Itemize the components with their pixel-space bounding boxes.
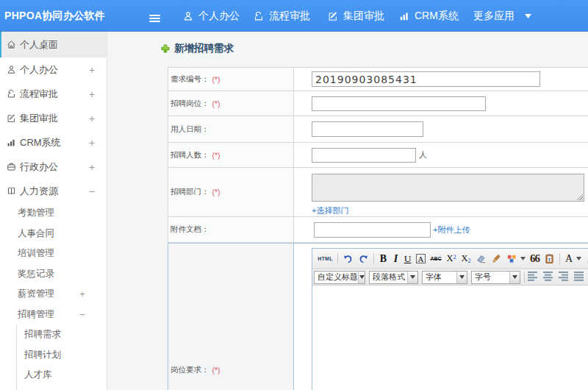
required-star: (*)	[212, 366, 220, 375]
align-left-icon[interactable]	[528, 271, 538, 284]
attachment-upload-link[interactable]: +附件上传	[433, 224, 470, 235]
field-label: 招聘人数：	[171, 150, 209, 160]
format-brush-icon[interactable]	[491, 252, 502, 266]
expand-plus-icon[interactable]: +	[87, 137, 96, 149]
caret-down-icon	[525, 14, 531, 18]
sidebar-subitem-salary[interactable]: 薪资管理 +	[0, 284, 107, 305]
caret-down-icon	[358, 272, 365, 283]
eraser-icon[interactable]	[476, 252, 487, 266]
undo-icon[interactable]	[343, 252, 354, 266]
field-label: 招聘岗位：	[171, 99, 209, 109]
edit-icon	[328, 11, 338, 21]
sidebar-item-human-resources[interactable]: 人力资源 −	[0, 179, 107, 203]
chart-icon	[7, 138, 16, 147]
hamburger-menu-icon[interactable]	[149, 15, 160, 22]
redo-icon[interactable]	[358, 252, 369, 266]
nav-label: 更多应用	[473, 10, 514, 23]
headcount-input[interactable]	[312, 148, 416, 163]
caret-down-icon[interactable]	[576, 252, 581, 266]
main-content: 新增招聘需求 需求编号：(*) 招聘岗位：(*) 用人日期：	[107, 32, 588, 390]
editor-toolbar-row2: 自定义标题 段落格式 字体	[312, 269, 588, 286]
form-row-position: 招聘岗位：(*)	[168, 91, 588, 116]
app-logo: PHPOA协同办公软件	[4, 0, 105, 31]
resize-grip[interactable]	[576, 194, 583, 200]
sidebar-subitem-attendance[interactable]: 考勤管理	[0, 203, 107, 224]
align-center-icon[interactable]	[543, 271, 553, 284]
expand-plus-icon[interactable]: +	[87, 88, 96, 100]
subscript-button[interactable]: X2	[461, 252, 471, 266]
department-textarea[interactable]	[312, 174, 584, 202]
nav-item-crm-system[interactable]: CRM系统	[399, 1, 459, 32]
nav-item-personal-office[interactable]: 个人办公	[183, 1, 240, 32]
home-icon	[7, 40, 16, 49]
blockquote-button[interactable]: 66	[530, 252, 539, 266]
field-label: 需求编号：	[171, 74, 209, 85]
collapse-minus-icon[interactable]: −	[78, 309, 87, 320]
paragraph-format-select[interactable]: 段落格式	[369, 271, 418, 284]
nav-item-group-approval[interactable]: 集团审批	[328, 1, 384, 32]
nav-item-workflow-approval[interactable]: 流程审批	[254, 1, 310, 32]
sidebar-menu: 个人桌面 个人办公 + 流程审批 +	[0, 32, 107, 390]
sidebar-item-label: 集团审批	[20, 112, 58, 125]
submenu-guide-line	[16, 325, 17, 390]
user-icon	[183, 11, 193, 21]
underline-button[interactable]: U	[404, 252, 412, 266]
font-family-select[interactable]: 字体	[422, 271, 467, 284]
font-size-select[interactable]: 字号	[471, 271, 520, 284]
bold-button[interactable]: B	[379, 252, 388, 266]
form-row-hire-date: 用人日期：	[168, 116, 588, 143]
form-row-job-requirements: 岗位要求：(*) HTML	[168, 243, 588, 390]
sidebar-item-personal-desktop[interactable]: 个人桌面	[0, 32, 107, 57]
hire-date-input[interactable]	[312, 121, 423, 137]
briefcase-icon	[7, 162, 16, 171]
editor-content-area[interactable]	[312, 286, 588, 390]
position-input[interactable]	[312, 96, 486, 111]
caret-down-icon[interactable]	[520, 252, 526, 266]
expand-plus-icon[interactable]: +	[78, 288, 87, 299]
html-source-button[interactable]: HTML	[318, 252, 333, 266]
demand-no-input[interactable]	[312, 71, 540, 87]
superscript-button[interactable]: X2	[446, 252, 456, 266]
sidebar-item-personal-office[interactable]: 个人办公 +	[0, 57, 107, 82]
expand-plus-icon[interactable]: +	[87, 113, 96, 124]
field-label: 岗位要求：	[171, 365, 209, 375]
sidebar-item-group-approval[interactable]: 集团审批 +	[0, 106, 107, 130]
sidebar-item-label: CRM系统	[20, 136, 61, 149]
align-justify-icon[interactable]	[574, 271, 584, 284]
sidebar-subitem-training[interactable]: 培训管理	[0, 244, 107, 264]
nav-label: 集团审批	[343, 10, 384, 23]
app-window: PHPOA协同办公软件 个人办公 流程审批	[0, 0, 588, 390]
sidebar-item-crm-system[interactable]: CRM系统 +	[0, 130, 107, 155]
sidebar-item-label: 人力资源	[20, 185, 58, 198]
attachment-input[interactable]	[314, 222, 431, 238]
sidebar-subitem-rewards[interactable]: 奖惩记录	[0, 264, 107, 285]
page-title: 新增招聘需求	[161, 42, 234, 55]
edit-icon	[7, 113, 16, 123]
form-row-headcount: 招聘人数：(*) 人	[168, 143, 588, 168]
top-header-bar: PHPOA协同办公软件 个人办公 流程审批	[0, 0, 588, 32]
select-department-link[interactable]: +选择部门	[312, 205, 348, 216]
strikethrough-button[interactable]: ABC	[430, 252, 442, 266]
sidebar-subitem-recruit-management[interactable]: 招聘管理 −	[0, 305, 107, 325]
nav-item-more-apps[interactable]: 更多应用	[473, 1, 531, 32]
expand-plus-icon[interactable]: +	[87, 64, 96, 76]
align-right-icon[interactable]	[559, 271, 569, 284]
sidebar-item-workflow-approval[interactable]: 流程审批 +	[0, 82, 107, 106]
font-style-button[interactable]: A	[416, 254, 426, 263]
paste-text-icon[interactable]: T	[544, 252, 555, 266]
rich-text-editor: HTML B I U A	[312, 248, 588, 390]
form-row-department: 招聘部门：(*) +选择部门	[168, 168, 588, 217]
nav-label: CRM系统	[415, 10, 459, 23]
italic-button[interactable]: I	[392, 252, 399, 266]
collapse-minus-icon[interactable]: −	[87, 185, 96, 197]
sidebar-subitem-hr-contract[interactable]: 人事合同	[0, 224, 107, 244]
emoticons-icon[interactable]	[506, 252, 517, 266]
field-label: 用人日期：	[171, 124, 209, 135]
font-color-button[interactable]: A	[564, 252, 573, 266]
sidebar-item-administrative-office[interactable]: 行政办公 +	[0, 155, 107, 179]
nav-label: 流程审批	[269, 10, 310, 23]
expand-plus-icon[interactable]: +	[87, 161, 96, 173]
field-label: 招聘部门：	[171, 187, 209, 197]
custom-heading-select[interactable]: 自定义标题	[314, 271, 365, 284]
chart-icon	[399, 11, 409, 21]
